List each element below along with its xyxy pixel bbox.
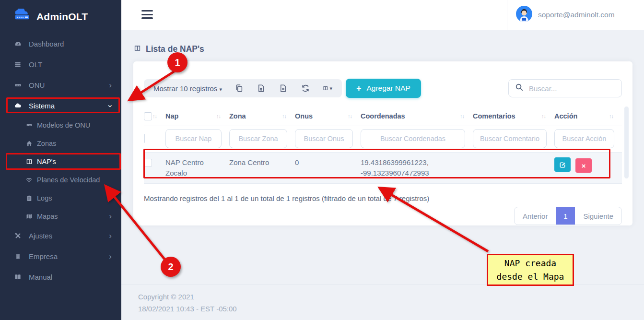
table-row: NAP Centro Zocalo Zona Centro 0 19.43186… <box>144 152 622 184</box>
select-all-checkbox[interactable] <box>144 112 152 120</box>
filter-checkbox-column[interactable] <box>144 134 145 143</box>
pagination-prev-button[interactable]: Anterior <box>515 207 556 225</box>
filter-coordenadas-input[interactable] <box>361 129 465 148</box>
clipboard-icon <box>25 194 33 202</box>
sidebar-item-empresa[interactable]: Empresa › <box>0 246 121 267</box>
search-icon <box>515 83 524 94</box>
sort-desc-icon: ↓ <box>350 113 352 119</box>
edit-button[interactable] <box>554 157 571 172</box>
cell-accion: × <box>554 157 622 173</box>
filter-nap-input[interactable] <box>165 129 222 148</box>
main-content: Lista de NAP's Mostrar 10 registros▾ <box>121 30 644 320</box>
delete-button[interactable]: × <box>575 158 592 173</box>
user-email: soporte@adminolt.com <box>538 11 615 19</box>
global-search <box>508 79 622 97</box>
sidebar-item-label: OLT <box>29 60 112 69</box>
sidebar-item-label: ONU <box>29 81 102 89</box>
filter-accion-input[interactable] <box>554 129 614 148</box>
chevron-right-icon: › <box>109 252 112 261</box>
server-icon <box>13 82 22 89</box>
filter-comentario-input[interactable] <box>473 129 547 148</box>
page-title-text: Lista de NAP's <box>146 44 204 54</box>
chevron-right-icon: › <box>109 81 112 90</box>
caret-down-icon: ▾ <box>329 85 332 92</box>
home-icon <box>25 140 33 147</box>
cloud-icon <box>13 102 22 110</box>
page-length-dropdown[interactable]: Mostrar 10 registros▾ <box>153 84 222 93</box>
naps-table: ↑↓ Nap↑↓ Zona↑↓ Onus↑↓ Coordenadas↑↓ Com… <box>144 107 622 184</box>
table-filter-row <box>144 126 622 152</box>
user-menu[interactable]: soporte@adminolt.com <box>507 0 644 30</box>
column-header-zona[interactable]: Zona↑↓ <box>229 107 295 126</box>
sidebar-item-olt[interactable]: OLT <box>0 54 121 75</box>
wifi-icon <box>25 176 33 184</box>
hamburger-menu-icon[interactable] <box>141 10 153 21</box>
sidebar-item-ajustes[interactable]: Ajustes › <box>0 225 121 246</box>
table-info: Mostrando registros del 1 al 1 de un tot… <box>144 194 622 202</box>
book-icon <box>13 273 22 281</box>
column-header-nap[interactable]: Nap↑↓ <box>165 107 229 126</box>
export-file-button[interactable] <box>279 84 288 93</box>
sidebar-item-sistema[interactable]: Sistema › <box>0 95 121 116</box>
brand-name: AdminOLT <box>36 11 88 23</box>
column-header-onus[interactable]: Onus↑↓ <box>295 107 361 126</box>
refresh-button[interactable] <box>301 84 310 93</box>
page-title: Lista de NAP's <box>133 44 204 54</box>
caret-down-icon: ▾ <box>219 86 222 92</box>
search-input[interactable] <box>529 84 624 93</box>
sidebar-item-manual[interactable]: Manual <box>0 267 121 287</box>
cell-nap: NAP Centro Zocalo <box>165 157 229 178</box>
column-visibility-button[interactable]: ▾ <box>323 84 332 93</box>
footer-copyright: Copyright © 2021 <box>138 291 644 303</box>
table-header-row: ↑↓ Nap↑↓ Zona↑↓ Onus↑↓ Coordenadas↑↓ Com… <box>144 107 622 126</box>
naps-table-card: Mostrar 10 registros▾ ▾ <box>133 61 632 225</box>
export-excel-button[interactable] <box>257 84 266 93</box>
close-icon: × <box>582 162 586 170</box>
brand-logo[interactable]: AdminOLT <box>0 0 121 34</box>
avatar <box>516 6 532 24</box>
server-stack-icon <box>13 61 22 69</box>
cell-coordenadas: 19.43186399961223, -99.13239607472993 <box>361 157 473 178</box>
sidebar-item-label: Mapas <box>37 213 105 220</box>
building-icon <box>13 253 22 261</box>
router-cloud-logo-icon <box>12 9 32 25</box>
cell-zona: Zona Centro <box>229 157 295 168</box>
sidebar-item-label: Zonas <box>37 140 112 147</box>
topbar: soporte@adminolt.com <box>121 0 644 30</box>
sidebar-item-planes-de-velocidad[interactable]: Planes de Velocidad <box>0 171 121 189</box>
filter-onus-input[interactable] <box>295 129 353 148</box>
sidebar-item-label: Planes de Velocidad <box>37 176 112 184</box>
copy-button[interactable] <box>234 84 244 93</box>
column-header-comentarios[interactable]: Comentarios↑↓ <box>473 107 554 126</box>
column-header-accion[interactable]: Acción↑↓ <box>554 107 622 126</box>
sidebar-item-logs[interactable]: Logs <box>0 189 121 207</box>
server-small-icon <box>25 121 33 129</box>
sidebar-item-label: NAP's <box>37 158 112 166</box>
sidebar-item-modelos-de-onu[interactable]: Modelos de ONU <box>0 116 121 134</box>
pagination-next-button[interactable]: Siguiente <box>575 207 621 225</box>
gauge-icon <box>13 40 22 48</box>
pagination-page-1[interactable]: 1 <box>556 207 575 225</box>
pagination-row: Anterior 1 Siguiente <box>144 207 622 225</box>
sidebar-item-onu[interactable]: ONU › <box>0 75 121 95</box>
table-scrollbar[interactable] <box>624 107 629 178</box>
sidebar-item-dashboard[interactable]: Dashboard <box>0 34 121 54</box>
sidebar-item-mapas[interactable]: Mapas › <box>0 207 121 225</box>
plus-icon: + <box>356 83 362 94</box>
column-header-coordenadas[interactable]: Coordenadas↑↓ <box>361 107 473 126</box>
sidebar-item-label: Manual <box>29 273 112 281</box>
chevron-right-icon: › <box>109 212 112 221</box>
tools-icon <box>13 232 22 240</box>
cell-onus: 0 <box>295 157 361 168</box>
sidebar-item-naps[interactable]: NAP's <box>0 153 121 171</box>
sidebar-item-label: Empresa <box>29 252 102 261</box>
columns-icon <box>133 44 141 54</box>
add-nap-button[interactable]: + Agregar NAP <box>346 79 421 98</box>
sidebar-item-label: Modelos de ONU <box>37 121 112 129</box>
row-checkbox[interactable] <box>144 159 152 167</box>
filter-zona-input[interactable] <box>229 129 287 148</box>
sidebar-item-zonas[interactable]: Zonas <box>0 134 121 153</box>
sort-desc-icon: ↓ <box>544 113 546 119</box>
select-all-header[interactable]: ↑↓ <box>144 107 165 126</box>
sidebar-item-label: Dashboard <box>29 40 112 48</box>
